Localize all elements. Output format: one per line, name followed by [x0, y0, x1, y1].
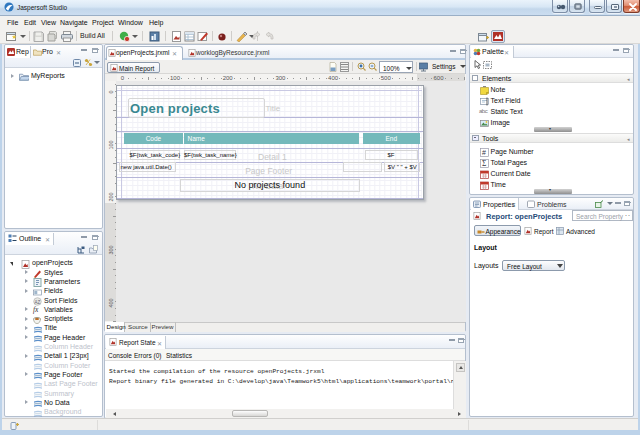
svg-text:Σ: Σ: [482, 159, 486, 168]
svg-text:AZ: AZ: [35, 300, 41, 305]
svg-text:#: #: [482, 149, 486, 156]
